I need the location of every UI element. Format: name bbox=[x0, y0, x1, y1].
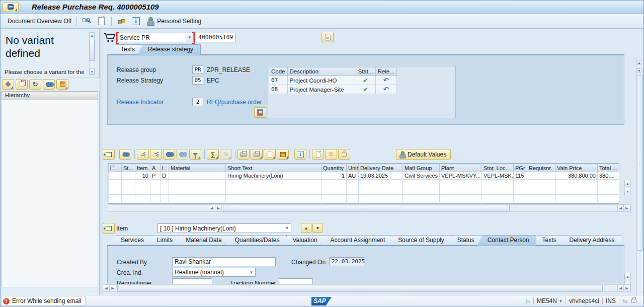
system-menu-button[interactable] bbox=[3, 2, 19, 12]
filter-button[interactable] bbox=[189, 149, 201, 160]
codes-col-status[interactable]: Stat... bbox=[356, 67, 375, 76]
col-stor-loc[interactable]: Stor. Loc. bbox=[482, 164, 514, 172]
export-button[interactable] bbox=[264, 149, 276, 160]
col-i[interactable]: I bbox=[160, 164, 169, 172]
print-preview-button[interactable] bbox=[251, 149, 263, 160]
col-delivery-date[interactable]: Delivery Date bbox=[359, 164, 403, 172]
unit-cell[interactable]: AU bbox=[347, 172, 359, 180]
empty-item-row[interactable] bbox=[109, 195, 619, 202]
scroll-right-button[interactable]: ▶ bbox=[624, 285, 630, 291]
expand-status-icon[interactable]: ▷ bbox=[526, 298, 530, 304]
short-text-cell[interactable]: Hiring Machinery(Loni) bbox=[226, 172, 321, 180]
col-total[interactable]: Total ... bbox=[598, 164, 619, 172]
detail-hscrollbar[interactable]: ◀ ▶ ··· ◀ ▶ bbox=[103, 284, 631, 292]
scroll-right-button[interactable]: ▶ bbox=[215, 205, 222, 211]
tab-source-of-supply[interactable]: Source of Supply bbox=[387, 235, 451, 245]
delivery-date-cell[interactable]: 19.03.2025 bbox=[359, 172, 403, 180]
matl-group-cell[interactable]: Civil Services bbox=[403, 172, 440, 180]
layout-button[interactable] bbox=[56, 79, 68, 90]
stor-loc-cell[interactable]: VEPL-MSK... bbox=[482, 172, 514, 180]
lock-item-button[interactable] bbox=[338, 149, 350, 160]
collapse-detail-button[interactable] bbox=[103, 223, 115, 234]
col-a[interactable]: A bbox=[150, 164, 160, 172]
col-valn-price[interactable]: Valn Price bbox=[555, 164, 598, 172]
insert-mode-indicator[interactable]: INS bbox=[606, 297, 616, 304]
codes-col-code[interactable]: Code bbox=[269, 67, 288, 76]
grid-hscrollbar[interactable]: ◀ ▶ ··· ◀ ▶ bbox=[108, 204, 631, 212]
col-pgr[interactable]: PGr bbox=[514, 164, 527, 172]
transaction-code[interactable]: ME54N bbox=[537, 297, 557, 304]
check-item-button[interactable]: ⚿ bbox=[325, 149, 337, 160]
tab-services[interactable]: Services bbox=[110, 235, 151, 245]
requisnr-cell[interactable] bbox=[527, 172, 555, 180]
next-item-button[interactable]: ▼ bbox=[312, 223, 323, 233]
hierarchy-tree-area[interactable] bbox=[2, 100, 98, 287]
main-vscrollbar[interactable]: ▲ ▼ ··· bbox=[636, 58, 643, 307]
scrollbar-thumb[interactable]: ··· bbox=[117, 285, 603, 291]
scroll-left-button[interactable]: ◀ bbox=[209, 205, 215, 211]
grid-scroll-up-button[interactable]: ▲ bbox=[624, 180, 631, 187]
sort-ascending-button[interactable] bbox=[137, 149, 149, 160]
detail-scroll-up-button[interactable]: ▲ bbox=[624, 273, 631, 280]
undo-release-icon[interactable]: ↶ bbox=[383, 86, 389, 93]
release-strategy-code-field[interactable]: 05 bbox=[192, 76, 203, 85]
grid-scroll-down-button[interactable]: ▼ bbox=[624, 188, 631, 195]
quantity-cell[interactable]: 1 bbox=[321, 172, 347, 180]
default-values-button[interactable]: Default Values bbox=[396, 149, 451, 160]
chevron-down-icon[interactable]: ▼ bbox=[559, 299, 562, 303]
find-button[interactable] bbox=[43, 79, 55, 90]
item-cell[interactable]: 10 bbox=[135, 172, 150, 180]
tab-material-data[interactable]: Material Data bbox=[175, 235, 229, 245]
undo-release-icon[interactable]: ↶ bbox=[383, 76, 389, 84]
col-short-text[interactable]: Short Text bbox=[226, 164, 321, 172]
scroll-left-button[interactable]: ◀ bbox=[617, 205, 624, 211]
scrollbar-thumb[interactable]: ··· bbox=[637, 75, 643, 251]
plant-cell[interactable]: VEPL-MSKVY... bbox=[440, 172, 482, 180]
tab-account-assignment[interactable]: Account Assignment bbox=[320, 235, 393, 245]
find-next-button[interactable] bbox=[176, 149, 188, 160]
creation-indicator-select[interactable]: Realtime (manual) ▼ bbox=[172, 268, 256, 277]
help-button[interactable]: i bbox=[130, 16, 142, 27]
select-all-header[interactable] bbox=[109, 164, 122, 172]
col-matl-group[interactable]: Matl Group bbox=[403, 164, 440, 172]
release-group-code-field[interactable]: PR bbox=[192, 65, 203, 74]
subtotal-button[interactable]: % bbox=[220, 149, 232, 160]
simulate-release-button[interactable] bbox=[254, 107, 266, 118]
choose-layout-button[interactable] bbox=[277, 149, 289, 160]
document-number-field[interactable]: 4000005109 bbox=[196, 33, 236, 42]
col-status[interactable]: St... bbox=[122, 164, 135, 172]
created-by-field[interactable]: Ravi Shankar bbox=[172, 257, 276, 266]
total-button[interactable]: ∑ bbox=[207, 149, 219, 160]
col-quantity[interactable]: Quantity bbox=[321, 164, 347, 172]
scrollbar-thumb[interactable]: ··· bbox=[223, 205, 510, 211]
row-selector-cell[interactable] bbox=[109, 172, 122, 180]
col-requisnr[interactable]: Requisnr. bbox=[527, 164, 555, 172]
i-cell[interactable]: D bbox=[160, 172, 169, 180]
chevron-down-icon[interactable]: ▼ bbox=[248, 268, 255, 276]
codes-col-release[interactable]: Rele... bbox=[375, 67, 396, 76]
previous-item-button[interactable]: ▲ bbox=[301, 223, 311, 233]
status-message-box[interactable]: ! Error While sending email bbox=[1, 296, 86, 306]
col-plant[interactable]: Plant bbox=[440, 164, 482, 172]
print-button[interactable] bbox=[237, 149, 250, 160]
details-button[interactable] bbox=[119, 149, 131, 160]
other-document-button[interactable]: ↰ bbox=[95, 16, 107, 27]
display-change-button[interactable] bbox=[81, 16, 93, 27]
tab-quantities-dates[interactable]: Quantities/Dates bbox=[224, 235, 287, 245]
personal-setting-button[interactable] bbox=[144, 16, 156, 27]
empty-item-row[interactable] bbox=[109, 180, 619, 187]
document-overview-button[interactable]: Document Overview Off bbox=[6, 17, 73, 26]
tab-release-strategy[interactable]: Release strategy bbox=[137, 44, 201, 55]
empty-item-row[interactable] bbox=[109, 187, 619, 195]
a-cell[interactable]: P bbox=[150, 172, 160, 180]
pgr-cell[interactable]: 115 bbox=[514, 172, 527, 180]
tab-valuation[interactable]: Valuation bbox=[282, 235, 325, 245]
copy-items-button[interactable]: ↱ bbox=[312, 149, 324, 160]
tab-contact-person[interactable]: Contact Person bbox=[477, 235, 537, 246]
overview-blocks-button[interactable] bbox=[116, 16, 128, 27]
release-indicator-code-field[interactable]: 2 bbox=[192, 98, 203, 106]
tab-texts[interactable]: Texts bbox=[110, 44, 142, 54]
row-selector-cell[interactable] bbox=[109, 180, 122, 187]
codes-col-description[interactable]: Description bbox=[287, 67, 356, 76]
grid-info-button[interactable]: i bbox=[294, 149, 306, 160]
